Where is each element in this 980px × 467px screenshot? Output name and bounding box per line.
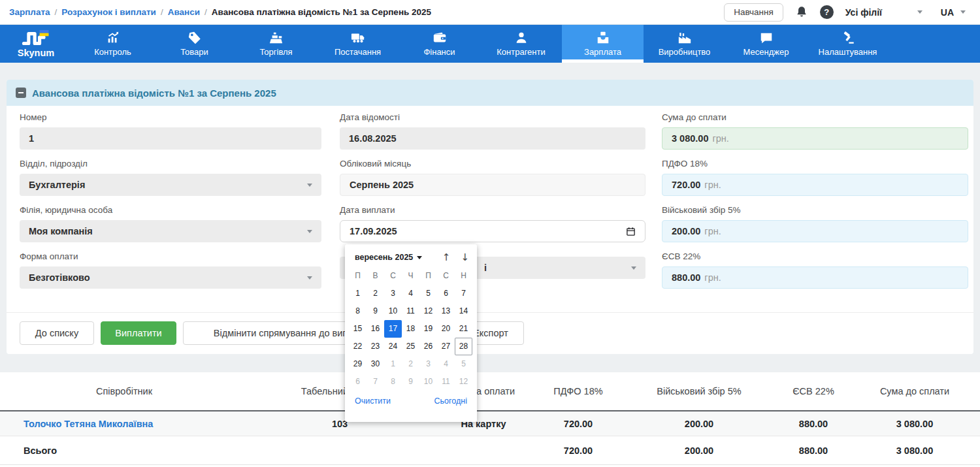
day-cell-selected[interactable]: 17 [384, 320, 402, 338]
day-cell[interactable]: 5 [419, 285, 437, 302]
branch-company-select[interactable]: Моя компанія [20, 220, 321, 242]
nav-item-salary[interactable]: Зарплата [562, 25, 644, 63]
table-cell: 3 080.00 [849, 419, 980, 429]
day-header: Ч [402, 267, 419, 285]
day-cell[interactable]: 14 [455, 302, 472, 320]
day-cell[interactable]: 25 [402, 338, 419, 355]
branch-select[interactable]: Усі філії [845, 7, 923, 18]
day-cell[interactable]: 30 [367, 355, 384, 373]
day-cell[interactable]: 23 [367, 338, 384, 355]
day-cell[interactable]: 19 [419, 320, 437, 338]
payment-form-select[interactable]: Безготівково [20, 266, 321, 289]
chevron-down-icon [307, 230, 312, 233]
date-picker-footer: Очистити Сьогодні [345, 391, 477, 411]
nav-item-truck[interactable]: Постачання [317, 25, 399, 63]
nav-item-factory[interactable]: Виробництво [644, 25, 725, 63]
employee-link[interactable]: Толочко Тетяна Миколаївна [24, 419, 153, 429]
day-cell[interactable]: 24 [384, 338, 402, 355]
today-link[interactable]: Сьогодні [434, 396, 467, 406]
day-cell[interactable]: 12 [419, 302, 437, 320]
nav-item-wallet[interactable]: Фінанси [399, 25, 480, 63]
nav-item-chat[interactable]: Месенджер [725, 25, 807, 63]
nav-item-tools[interactable]: Налаштування [807, 25, 889, 63]
payout-date-input[interactable]: 17.09.2025 [340, 220, 645, 242]
field-pdfo: ПДФО 18% 720.00 грн. [662, 159, 968, 196]
day-cell[interactable]: 6 [349, 373, 367, 391]
training-button[interactable]: Навчання [724, 3, 783, 22]
nav-items: КонтрольТовариТоргівляПостачанняФінансиК… [72, 25, 889, 63]
breadcrumb-link[interactable]: Розрахунок і виплати [61, 7, 156, 17]
day-cell[interactable]: 7 [367, 373, 384, 391]
day-cell[interactable]: 7 [455, 285, 472, 302]
statement-date-input[interactable]: 16.08.2025 [340, 127, 645, 150]
breadcrumb-link[interactable]: Аванси [168, 7, 200, 17]
calendar-icon[interactable] [626, 227, 636, 236]
day-cell[interactable]: 12 [455, 373, 472, 391]
day-cell[interactable]: 10 [384, 302, 402, 320]
arrow-up-icon[interactable]: ↑ [442, 251, 451, 263]
day-cell[interactable]: 18 [402, 320, 419, 338]
day-cell[interactable]: 2 [402, 355, 419, 373]
day-cell[interactable]: 4 [437, 355, 455, 373]
day-cell[interactable]: 11 [437, 373, 455, 391]
total-cell: 3 080.00 [849, 445, 980, 456]
breadcrumb-link[interactable]: Зарплата [9, 7, 50, 17]
nav-item-chart[interactable]: Контроль [72, 25, 154, 63]
day-cell[interactable]: 8 [384, 373, 402, 391]
pay-button[interactable]: Виплатити [101, 321, 176, 345]
nav-item-label: Постачання [335, 47, 381, 57]
day-cell[interactable]: 15 [349, 320, 367, 338]
minus-square-icon[interactable] [16, 88, 26, 98]
day-cell[interactable]: 11 [402, 302, 419, 320]
field-label: ПДФО 18% [662, 159, 968, 169]
clear-link[interactable]: Очистити [355, 396, 391, 406]
day-header: П [349, 267, 367, 285]
day-cell[interactable]: 22 [349, 338, 367, 355]
total-due-value: 3 080.00 [672, 133, 708, 144]
day-cell[interactable]: 6 [437, 285, 455, 302]
day-cell[interactable]: 21 [455, 320, 472, 338]
payout-date-value: 17.09.2025 [350, 226, 397, 236]
day-cell[interactable]: 26 [419, 338, 437, 355]
day-cell[interactable]: 20 [437, 320, 455, 338]
day-cell[interactable]: 13 [437, 302, 455, 320]
nav-item-tag[interactable]: Товари [154, 25, 235, 63]
date-picker-grid: ПВСЧПСН123456789101112131415161718192021… [345, 266, 477, 391]
bell-icon[interactable] [795, 5, 808, 19]
payment-form-value: Безготівково [29, 272, 90, 283]
day-cell[interactable]: 8 [349, 302, 367, 320]
logo[interactable]: Skynum [0, 25, 72, 63]
language-select[interactable]: UA [941, 7, 966, 18]
calendar-week: 1234567 [349, 285, 473, 302]
day-cell[interactable]: 1 [384, 355, 402, 373]
day-cell[interactable]: 5 [455, 355, 472, 373]
accounting-month-input[interactable]: Серпень 2025 [340, 174, 645, 196]
day-cell[interactable]: 3 [419, 355, 437, 373]
number-input[interactable]: 1 [20, 127, 321, 150]
arrow-down-icon[interactable]: ↓ [461, 251, 469, 263]
back-to-list-button[interactable]: До списку [20, 321, 94, 345]
esv-box: 880.00 грн. [662, 266, 968, 289]
day-cell[interactable]: 2 [367, 285, 384, 302]
day-cell[interactable]: 1 [349, 285, 367, 302]
day-cell-today[interactable]: 28 [455, 338, 472, 355]
day-cell[interactable]: 9 [367, 302, 384, 320]
day-cell[interactable]: 27 [437, 338, 455, 355]
table-cell: 200.00 [621, 419, 777, 429]
day-cell[interactable]: 3 [384, 285, 402, 302]
department-select[interactable]: Бухгалтерія [20, 174, 321, 196]
day-cell[interactable]: 9 [402, 373, 419, 391]
month-select[interactable]: вересень 2025 [355, 253, 422, 262]
nav-item-cash-register[interactable]: Торгівля [235, 25, 317, 63]
day-cell[interactable]: 29 [349, 355, 367, 373]
nav-item-label: Зарплата [584, 47, 621, 57]
esv-value: 880.00 [672, 272, 700, 283]
day-cell[interactable]: 4 [402, 285, 419, 302]
nav-item-person[interactable]: Контрагенти [480, 25, 562, 63]
day-cell[interactable]: 10 [419, 373, 437, 391]
date-picker-popup: вересень 2025 ↑ ↓ ПВСЧПСН123456789101112… [345, 244, 477, 422]
calendar-week: 6789101112 [349, 373, 473, 391]
branch-select-value: Усі філії [845, 7, 882, 18]
help-icon[interactable]: ? [820, 5, 834, 19]
day-cell[interactable]: 16 [367, 320, 384, 338]
